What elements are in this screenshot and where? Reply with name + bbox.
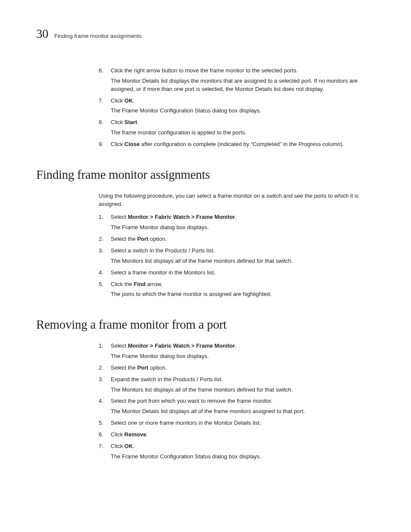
steps-list: 1.Select Monitor > Fabric Watch > Frame … (99, 342, 375, 460)
text-run: Click (111, 443, 125, 449)
step-item: 6.Click Remove. (99, 431, 375, 439)
step-item: 6.Click the right arrow button to move t… (99, 67, 375, 93)
text-run: . (133, 443, 134, 449)
text-run: Expand the switch in the Products / Port… (111, 376, 223, 383)
step-item: 9.Click Close after configuration is com… (99, 140, 375, 149)
page: 30 Finding frame monitor assignments 6.C… (0, 0, 411, 490)
step-number: 5. (99, 419, 103, 427)
chapter-number: 30 (36, 27, 48, 41)
text-run: Click (111, 119, 125, 125)
step-text: Click Start. (111, 119, 139, 125)
step-text: Select one or more frame monitors in the… (111, 420, 261, 426)
step-item: 3.Expand the switch in the Products / Po… (99, 376, 375, 394)
step-result-text: The Frame Monitor Configuration Status d… (111, 453, 375, 461)
step-item: 7.Click OK.The Frame Monitor Configurati… (99, 97, 375, 115)
step-number: 3. (99, 247, 103, 255)
text-run: option. (148, 236, 167, 242)
bold-text: Find (134, 281, 145, 287)
section-body: 1.Select Monitor > Fabric Watch > Frame … (99, 342, 375, 460)
text-run: Select the (111, 236, 137, 242)
step-text: Select a frame monitor in the Monitors l… (111, 269, 215, 276)
step-number: 6. (99, 431, 103, 439)
step-number: 5. (99, 280, 103, 289)
bold-text: OK (125, 97, 133, 104)
step-text: Expand the switch in the Products / Port… (111, 376, 223, 383)
text-run: Click the right arrow button to move the… (111, 67, 298, 74)
bold-text: Monitor > Fabric Watch > Frame Monitor (128, 342, 235, 349)
step-number: 7. (99, 442, 103, 451)
bold-text: Start (125, 119, 137, 125)
step-text: Select Monitor > Fabric Watch > Frame Mo… (111, 214, 237, 220)
text-run: Select one or more frame monitors in the… (111, 420, 261, 426)
text-run: option. (148, 364, 167, 371)
step-text: Select Monitor > Fabric Watch > Frame Mo… (111, 342, 237, 349)
continued-steps-block: 6.Click the right arrow button to move t… (99, 67, 375, 149)
bold-text: Port (137, 364, 148, 371)
text-run: after configuration is complete (indicat… (140, 141, 344, 147)
text-run: arrow. (146, 281, 162, 287)
text-run: . (235, 342, 237, 349)
section-heading: Finding frame monitor assignments (36, 168, 375, 182)
running-title: Finding frame monitor assignments (54, 33, 142, 39)
bold-text: Port (137, 236, 148, 242)
bold-text: OK (125, 443, 133, 449)
section-heading: Removing a frame monitor from a port (36, 317, 375, 332)
step-item: 4.Select a frame monitor in the Monitors… (99, 269, 375, 277)
text-run: Click the (111, 281, 134, 287)
step-text: Select the port from which you want to r… (111, 398, 273, 404)
text-run: Click (111, 141, 125, 147)
step-number: 6. (99, 67, 103, 75)
step-number: 8. (99, 118, 103, 127)
step-number: 1. (99, 213, 103, 221)
step-item: 2.Select the Port option. (99, 235, 375, 243)
text-run: Select a frame monitor in the Monitors l… (111, 269, 215, 276)
step-number: 2. (99, 235, 103, 243)
step-text: Click Remove. (111, 431, 148, 438)
step-number: 1. (99, 342, 103, 350)
text-run: Select the port from which you want to r… (111, 398, 273, 404)
section-intro: Using the following procedure, you can s… (99, 192, 375, 208)
text-run: . (146, 431, 148, 438)
step-text: Select the Port option. (111, 236, 167, 242)
step-text: Click Close after configuration is compl… (111, 141, 344, 147)
step-result-text: The Frame Monitor dialog box displays. (111, 224, 375, 232)
text-run: Click (111, 431, 125, 438)
step-result-text: The frame monitor configuration is appli… (111, 129, 375, 137)
bold-text: Monitor > Fabric Watch > Frame Monitor (128, 214, 235, 220)
text-run: Click (111, 97, 125, 104)
page-header: 30 Finding frame monitor assignments (36, 27, 375, 41)
step-item: 7.Click OK.The Frame Monitor Configurati… (99, 442, 375, 461)
text-run: . (137, 119, 139, 125)
text-run: Select a switch in the Products / Ports … (111, 247, 215, 254)
step-text: Click the Find arrow. (111, 281, 162, 287)
step-text: Select a switch in the Products / Ports … (111, 247, 215, 254)
step-result-text: The ports to which the frame monitor is … (111, 290, 375, 299)
step-text: Click the right arrow button to move the… (111, 67, 298, 74)
section-body: Using the following procedure, you can s… (99, 192, 375, 299)
step-item: 8.Click Start.The frame monitor configur… (99, 118, 375, 137)
step-result-text: The Monitor Details list displays the mo… (111, 77, 375, 93)
step-result-text: The Monitors list displays all of the fr… (111, 257, 375, 265)
text-run: Select (111, 342, 128, 349)
step-number: 4. (99, 269, 103, 277)
step-number: 4. (99, 397, 103, 405)
step-result-text: The Frame Monitor Configuration Status d… (111, 107, 375, 115)
step-text: Click OK. (111, 97, 134, 104)
text-run: Select the (111, 364, 137, 371)
step-number: 7. (99, 97, 103, 105)
step-item: 5.Click the Find arrow.The ports to whic… (99, 280, 375, 299)
step-text: Click OK. (111, 443, 134, 449)
bold-text: Close (125, 141, 140, 147)
bold-text: Remove (125, 431, 146, 438)
step-result-text: The Monitor Details list displays all of… (111, 408, 375, 416)
step-result-text: The Monitors list displays all of the fr… (111, 386, 375, 394)
continued-steps-list: 6.Click the right arrow button to move t… (99, 67, 375, 149)
step-number: 9. (99, 140, 103, 149)
step-item: 3.Select a switch in the Products / Port… (99, 247, 375, 265)
step-result-text: The Frame Monitor dialog box displays. (111, 352, 375, 361)
step-item: 4.Select the port from which you want to… (99, 397, 375, 416)
sections-host: Finding frame monitor assignmentsUsing t… (36, 168, 375, 461)
step-number: 2. (99, 364, 103, 372)
step-text: Select the Port option. (111, 364, 167, 371)
step-item: 1.Select Monitor > Fabric Watch > Frame … (99, 213, 375, 232)
